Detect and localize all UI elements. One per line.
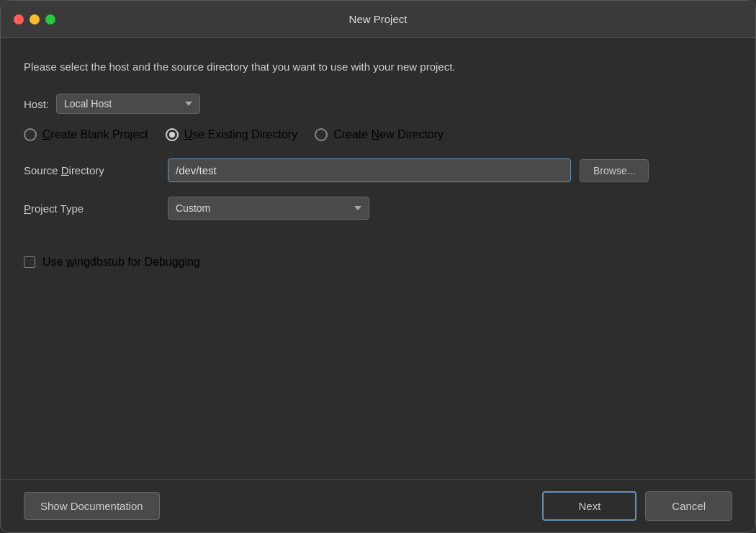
footer-right-buttons: Next Cancel [542, 491, 732, 521]
radio-use-existing[interactable]: Use Existing Directory [166, 128, 297, 141]
window-title: New Project [349, 13, 408, 25]
minimize-button[interactable] [30, 14, 40, 24]
project-type-select[interactable]: Custom Django Flask Pyramid Web2Py Bottl… [168, 197, 369, 220]
dialog-footer: Show Documentation Next Cancel [1, 479, 755, 532]
browse-button[interactable]: Browse... [580, 159, 649, 182]
spacer [24, 269, 732, 465]
debugging-checkbox-row: Use wingdbstub for Debugging [24, 256, 732, 269]
debugging-checkbox-option[interactable]: Use wingdbstub for Debugging [24, 256, 200, 269]
radio-create-new-input[interactable] [315, 128, 328, 141]
debugging-checkbox[interactable] [24, 256, 35, 268]
radio-create-new[interactable]: Create New Directory [315, 128, 444, 141]
maximize-button[interactable] [45, 14, 55, 24]
radio-create-blank-label: Create Blank Project [42, 128, 148, 141]
window-controls [14, 14, 55, 24]
dialog-content: Please select the host and the source di… [1, 38, 755, 479]
source-directory-row: Source Directory Browse... [24, 158, 732, 182]
host-select[interactable]: Local Host Remote Host [56, 94, 200, 114]
project-type-row: Project Type Custom Django Flask Pyramid… [24, 197, 732, 220]
project-type-label: Project Type [24, 202, 168, 215]
new-project-dialog: New Project Please select the host and t… [0, 0, 756, 533]
debugging-label: Use wingdbstub for Debugging [42, 256, 200, 269]
radio-use-existing-input[interactable] [166, 128, 179, 141]
radio-create-blank-input[interactable] [24, 128, 37, 141]
title-bar: New Project [1, 1, 755, 38]
project-type-radio-group: Create Blank Project Use Existing Direct… [24, 128, 732, 141]
source-directory-label: Source Directory [24, 164, 168, 176]
host-row: Host: Local Host Remote Host [24, 94, 732, 114]
radio-use-existing-label: Use Existing Directory [184, 128, 297, 141]
close-button[interactable] [14, 14, 24, 24]
description-text: Please select the host and the source di… [24, 58, 732, 75]
radio-create-new-label: Create New Directory [333, 128, 444, 141]
radio-create-blank[interactable]: Create Blank Project [24, 128, 148, 141]
source-directory-input[interactable] [168, 158, 571, 182]
cancel-button[interactable]: Cancel [645, 491, 732, 521]
host-label: Host: [24, 98, 49, 110]
show-documentation-button[interactable]: Show Documentation [24, 492, 160, 520]
next-button[interactable]: Next [542, 491, 636, 521]
